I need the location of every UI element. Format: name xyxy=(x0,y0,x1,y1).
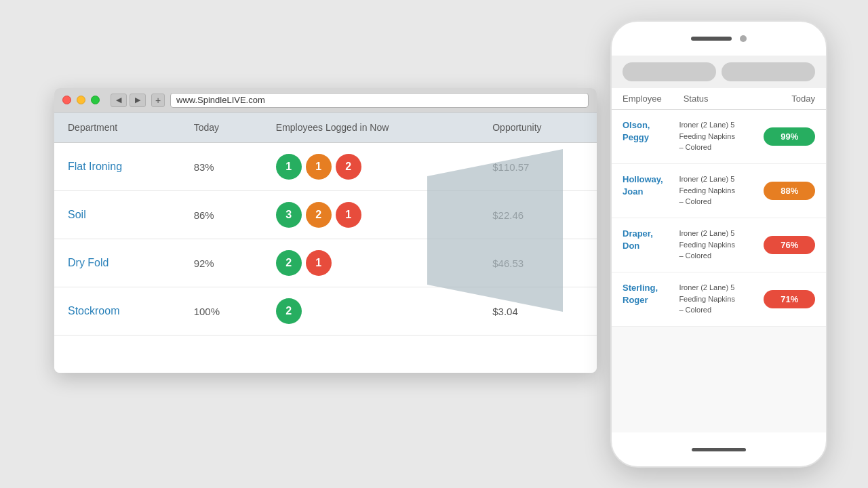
mobile-employee-list: Olson, PeggyIroner (2 Lane) 5 Feeding Na… xyxy=(612,110,826,327)
mobile-employee-status: Ironer (2 Lane) 5 Feeding Napkins – Colo… xyxy=(679,228,764,262)
table-header-row: Department Today Employees Logged in Now… xyxy=(54,113,597,143)
add-tab-button[interactable]: + xyxy=(151,94,165,107)
mobile-employee-status: Ironer (2 Lane) 5 Feeding Napkins – Colo… xyxy=(679,119,764,153)
dept-name[interactable]: Flat Ironing xyxy=(68,161,122,172)
mobile-employee-row[interactable]: Olson, PeggyIroner (2 Lane) 5 Feeding Na… xyxy=(612,110,826,164)
mobile-employee-row[interactable]: Draper, DonIroner (2 Lane) 5 Feeding Nap… xyxy=(612,218,826,272)
mobile-employee-today: 88% xyxy=(764,182,815,200)
forward-button[interactable]: ▶ xyxy=(130,94,146,107)
mobile-col-status: Status xyxy=(684,94,775,104)
mobile-employee-status: Ironer (2 Lane) 5 Feeding Napkins – Colo… xyxy=(679,282,764,316)
scene: ◀ ▶ + www.SpindleLIVE.com Department Tod… xyxy=(0,0,868,488)
badge-green[interactable]: 1 xyxy=(276,154,302,180)
mobile-employee-name: Sterling, Roger xyxy=(623,282,679,306)
phone-home-bar xyxy=(692,448,746,451)
mobile-phone: Employee Status Today Olson, PeggyIroner… xyxy=(610,20,827,468)
col-header-employees: Employees Logged in Now xyxy=(262,113,479,143)
dept-today: 100% xyxy=(194,306,220,317)
col-header-department: Department xyxy=(54,113,180,143)
phone-table-header: Employee Status Today xyxy=(612,88,826,110)
badge-red[interactable]: 2 xyxy=(336,154,361,180)
phone-search-pill-1 xyxy=(623,62,716,81)
browser-titlebar: ◀ ▶ + www.SpindleLIVE.com xyxy=(54,88,597,113)
dept-name[interactable]: Soil xyxy=(68,209,86,220)
mobile-employee-row[interactable]: Sterling, RogerIroner (2 Lane) 5 Feeding… xyxy=(612,272,826,327)
phone-search-pill-2 xyxy=(722,62,815,81)
svg-marker-0 xyxy=(427,149,563,312)
mobile-col-today: Today xyxy=(774,94,815,104)
mobile-employee-today: 71% xyxy=(764,290,815,308)
badge-red[interactable]: 1 xyxy=(306,250,332,276)
back-button[interactable]: ◀ xyxy=(111,94,127,107)
dept-today: 92% xyxy=(194,258,214,269)
phone-bottom-bar xyxy=(612,432,826,466)
badge-green[interactable]: 3 xyxy=(276,202,302,228)
badge-green[interactable]: 2 xyxy=(276,250,302,276)
badge-red[interactable]: 1 xyxy=(336,202,361,228)
badge-orange[interactable]: 2 xyxy=(306,202,332,228)
dept-today: 86% xyxy=(194,209,214,221)
mobile-col-employee: Employee xyxy=(623,94,684,104)
mobile-employee-name: Draper, Don xyxy=(623,228,679,252)
mobile-employee-row[interactable]: Holloway, JoanIroner (2 Lane) 5 Feeding … xyxy=(612,164,826,218)
mobile-employee-name: Holloway, Joan xyxy=(623,174,679,198)
phone-speaker xyxy=(691,37,732,41)
dept-name[interactable]: Dry Fold xyxy=(68,257,108,268)
nav-buttons: ◀ ▶ xyxy=(111,94,146,107)
badge-green[interactable]: 2 xyxy=(276,298,302,324)
mobile-employee-name: Olson, Peggy xyxy=(623,119,679,144)
close-button[interactable] xyxy=(62,96,71,104)
dept-today: 83% xyxy=(194,161,214,173)
callout-arrow xyxy=(427,149,617,314)
phone-search-bar xyxy=(612,56,826,88)
badge-orange[interactable]: 1 xyxy=(306,154,332,180)
minimize-button[interactable] xyxy=(77,96,85,104)
phone-top-bar xyxy=(612,22,826,56)
dept-name[interactable]: Stockroom xyxy=(68,305,119,317)
mobile-employee-today: 76% xyxy=(764,236,815,254)
col-header-opportunity: Opportunity xyxy=(479,113,597,143)
phone-screen: Employee Status Today Olson, PeggyIroner… xyxy=(612,56,826,432)
col-header-today: Today xyxy=(180,113,262,143)
mobile-employee-today: 99% xyxy=(764,127,815,146)
maximize-button[interactable] xyxy=(91,96,100,104)
phone-camera xyxy=(740,35,747,42)
mobile-employee-status: Ironer (2 Lane) 5 Feeding Napkins – Colo… xyxy=(679,174,764,207)
address-bar[interactable]: www.SpindleLIVE.com xyxy=(170,93,589,108)
